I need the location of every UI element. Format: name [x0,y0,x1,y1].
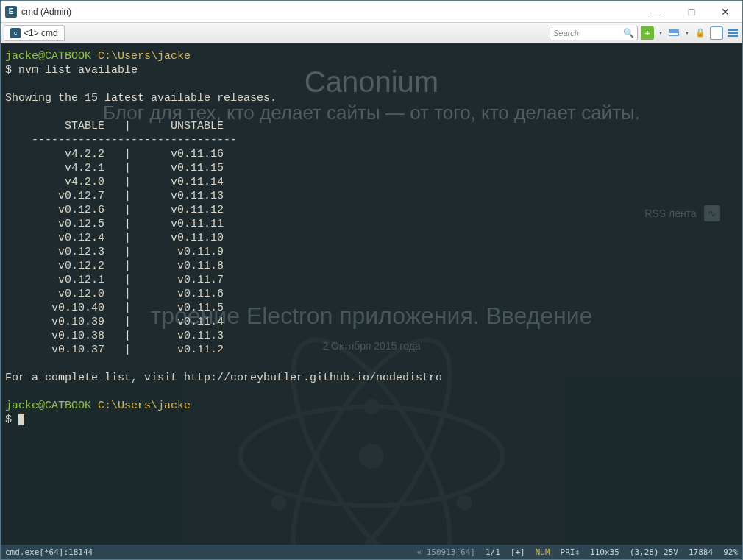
status-memory: 17884 [689,547,713,557]
new-console-button[interactable]: + [641,26,654,40]
terminal-output: jacke@CATBOOK C:\Users\jacke $ nvm list … [1,43,742,545]
tab-label: <1> cmd [24,28,58,38]
maximize-button[interactable]: □ [675,1,708,22]
split-view-dropdown[interactable]: ▾ [683,26,691,40]
status-chunk: « 150913[64] [416,547,474,557]
title-bar: E cmd (Admin) ― □ ✕ [1,1,742,23]
new-console-dropdown[interactable]: ▾ [657,26,664,40]
lock-icon[interactable]: 🔒 [694,26,707,40]
tab-bar: c <1> cmd Search 🔍 + ▾ ▾ 🔒 [1,23,742,43]
split-view-button[interactable] [667,26,680,40]
minimize-button[interactable]: ― [641,1,675,22]
grid-icon[interactable] [710,26,723,40]
application-window: E cmd (Admin) ― □ ✕ c <1> cmd Search 🔍 +… [0,0,743,560]
menu-icon[interactable] [726,26,739,40]
status-plus: [+] [511,547,525,557]
cmd-icon: c [10,28,21,38]
status-size: 110x35 [590,547,619,557]
search-placeholder: Search [553,29,579,38]
window-controls: ― □ ✕ [641,1,742,22]
status-lines: 1/1 [486,547,500,557]
search-input[interactable]: Search 🔍 [550,26,638,40]
search-icon: 🔍 [623,28,634,38]
terminal-area[interactable]: Canonium Блог для тех, кто делает сайты … [1,43,742,545]
close-button[interactable]: ✕ [708,1,742,22]
window-title: cmd (Admin) [21,7,641,17]
console-tab[interactable]: c <1> cmd [4,25,65,41]
status-bar: cmd.exe[*64]:18144 « 150913[64] 1/1 [+] … [1,545,742,559]
status-priority: PRI↕ [561,547,580,557]
app-icon: E [5,6,17,18]
status-process: cmd.exe[*64]:18144 [5,547,406,557]
status-cursor-pos: (3,28) 25V [630,547,678,557]
status-percent: 92% [723,547,738,557]
status-numlock: NUM [536,547,550,557]
